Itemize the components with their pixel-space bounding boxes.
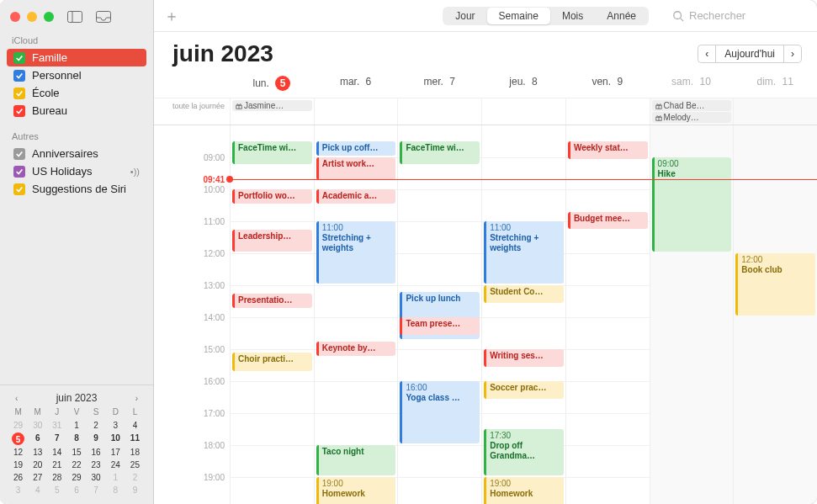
- event[interactable]: 17:30Drop off Grandma…: [484, 429, 564, 475]
- checkbox-icon[interactable]: [13, 148, 25, 160]
- event[interactable]: Portfolio wo…: [232, 189, 312, 204]
- calendar-item-famille[interactable]: Famille: [7, 49, 146, 66]
- inbox-icon[interactable]: [96, 10, 111, 24]
- event[interactable]: Pick up coff…: [316, 141, 396, 156]
- event[interactable]: 19:00Homework: [484, 477, 564, 504]
- allday-event[interactable]: Melody…: [652, 112, 732, 123]
- allday-col[interactable]: Jasmine…: [230, 98, 314, 125]
- mini-day[interactable]: 11: [125, 432, 145, 445]
- mini-day[interactable]: 9: [87, 432, 106, 445]
- calendar-item-suggestions-de-siri[interactable]: Suggestions de Siri: [7, 180, 146, 198]
- event[interactable]: Taco night: [316, 445, 396, 475]
- mini-day[interactable]: 7: [47, 432, 66, 445]
- mini-day[interactable]: 8: [106, 485, 125, 496]
- close-icon[interactable]: [10, 12, 20, 22]
- event[interactable]: Artist work…: [316, 157, 396, 180]
- day-header[interactable]: dim. 11: [733, 71, 817, 98]
- mini-next-icon[interactable]: ›: [132, 394, 141, 403]
- mini-day[interactable]: 22: [66, 459, 86, 470]
- day-column[interactable]: FaceTime wi…Pick up lunchTeam prese…16:0…: [397, 125, 481, 504]
- mini-day[interactable]: 5: [12, 432, 24, 445]
- calendar-item-anniversaires[interactable]: Anniversaires: [7, 145, 146, 162]
- mini-day[interactable]: 3: [8, 485, 28, 496]
- event[interactable]: Writing ses…: [484, 349, 564, 367]
- day-column[interactable]: Pick up coff…Artist work…Academic a…11:0…: [314, 125, 398, 504]
- mini-day[interactable]: 24: [106, 459, 125, 470]
- mini-day[interactable]: 6: [66, 485, 86, 496]
- next-week-button[interactable]: ›: [784, 45, 802, 63]
- day-header[interactable]: mar. 6: [314, 71, 398, 98]
- mini-day[interactable]: 15: [66, 447, 86, 458]
- allday-col[interactable]: [397, 98, 481, 125]
- checkbox-icon[interactable]: [13, 52, 25, 64]
- add-event-button[interactable]: ＋: [164, 6, 179, 26]
- calendar-item-bureau[interactable]: Bureau: [7, 102, 146, 119]
- checkbox-icon[interactable]: [13, 183, 25, 195]
- mini-day[interactable]: 4: [125, 420, 145, 431]
- mini-day[interactable]: 8: [66, 432, 86, 445]
- allday-col[interactable]: [565, 98, 650, 125]
- day-column[interactable]: 11:00Stretching + weightsStudent Co…Writ…: [481, 125, 565, 504]
- event[interactable]: Choir practi…: [232, 353, 312, 372]
- calendar-item-personnel[interactable]: Personnel: [7, 66, 146, 84]
- mini-day[interactable]: 26: [8, 472, 28, 483]
- mini-prev-icon[interactable]: ‹: [12, 394, 21, 403]
- event[interactable]: 11:00Stretching + weights: [316, 221, 396, 284]
- checkbox-icon[interactable]: [13, 88, 25, 99]
- mini-day[interactable]: 31: [47, 420, 66, 431]
- mini-day[interactable]: 29: [66, 472, 86, 483]
- search-input[interactable]: Rechercher: [672, 9, 807, 22]
- day-header[interactable]: jeu. 8: [481, 71, 565, 98]
- day-column[interactable]: FaceTime wi…Portfolio wo…Leadership…Pres…: [230, 125, 314, 504]
- mini-day[interactable]: 30: [28, 420, 47, 431]
- checkbox-icon[interactable]: [13, 166, 25, 178]
- event[interactable]: 16:00Yoga class …: [400, 381, 480, 443]
- event[interactable]: 09:00Hike: [652, 157, 732, 252]
- mini-day[interactable]: 4: [28, 485, 47, 496]
- mini-day[interactable]: 30: [87, 472, 106, 483]
- mini-day[interactable]: 23: [87, 459, 106, 470]
- checkbox-icon[interactable]: [13, 105, 25, 117]
- checkbox-icon[interactable]: [13, 70, 25, 82]
- mini-day[interactable]: 20: [28, 459, 47, 470]
- view-mois[interactable]: Mois: [550, 8, 595, 24]
- allday-col[interactable]: [314, 98, 398, 125]
- event[interactable]: 12:00Book club: [735, 253, 815, 316]
- event[interactable]: Weekly stat…: [568, 141, 648, 159]
- calendar-item-us-holidays[interactable]: US Holidays•)): [7, 162, 146, 180]
- day-column[interactable]: 12:00Book club: [733, 125, 817, 504]
- sidebar-toggle-icon[interactable]: [67, 10, 82, 24]
- mini-day[interactable]: 10: [106, 432, 125, 445]
- day-header[interactable]: lun. 5: [230, 71, 314, 98]
- mini-day[interactable]: 16: [87, 447, 106, 458]
- mini-day[interactable]: 1: [106, 472, 125, 483]
- today-button[interactable]: Aujourd'hui: [715, 45, 784, 63]
- allday-col[interactable]: [733, 98, 817, 125]
- day-header[interactable]: sam. 10: [650, 71, 734, 98]
- event[interactable]: Budget mee…: [568, 212, 648, 230]
- event[interactable]: Academic a…: [316, 189, 396, 204]
- mini-day[interactable]: 9: [125, 485, 145, 496]
- mini-day[interactable]: 21: [47, 459, 66, 470]
- view-semaine[interactable]: Semaine: [487, 8, 550, 24]
- mini-day[interactable]: 29: [8, 420, 28, 431]
- mini-day[interactable]: 18: [125, 447, 145, 458]
- allday-event[interactable]: Chad Be…: [652, 100, 732, 111]
- mini-day[interactable]: 19: [8, 459, 28, 470]
- day-header[interactable]: ven. 9: [565, 71, 650, 98]
- event[interactable]: FaceTime wi…: [400, 141, 480, 164]
- zoom-icon[interactable]: [44, 12, 54, 22]
- event[interactable]: Presentatio…: [232, 294, 312, 308]
- event[interactable]: Team prese…: [400, 317, 480, 335]
- event[interactable]: Student Co…: [484, 285, 564, 303]
- allday-col[interactable]: Chad Be…Melody…: [650, 98, 734, 125]
- mini-day[interactable]: 2: [87, 420, 106, 431]
- mini-day[interactable]: 5: [47, 485, 66, 496]
- mini-day[interactable]: 28: [47, 472, 66, 483]
- event[interactable]: Leadership…: [232, 230, 312, 252]
- week-grid[interactable]: 09:0010:0011:0012:0013:0014:0015:0016:00…: [154, 125, 817, 504]
- mini-day[interactable]: 3: [106, 420, 125, 431]
- event[interactable]: 11:00Stretching + weights: [484, 221, 564, 284]
- mini-day[interactable]: 17: [106, 447, 125, 458]
- event[interactable]: FaceTime wi…: [232, 141, 312, 164]
